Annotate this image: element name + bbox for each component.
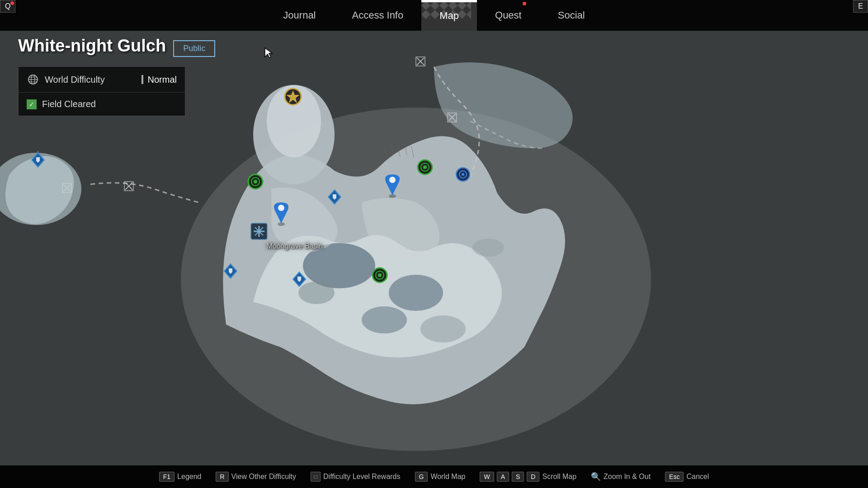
s-key: S (512, 472, 524, 482)
nav-item-access-info[interactable]: Access Info (334, 0, 422, 31)
waypoint-marker-right[interactable] (416, 158, 434, 178)
world-difficulty-row: World Difficulty Normal (19, 67, 185, 93)
esc-key: Esc (665, 472, 684, 482)
difficulty-rewards-label: Difficulty Level Rewards (323, 473, 400, 481)
notif-dot-quest (523, 2, 526, 5)
world-difficulty-value: Normal (148, 75, 177, 85)
legend-key: F1 Legend (159, 472, 202, 482)
f1-key: F1 (159, 472, 175, 482)
nav-key-q: Q (0, 0, 15, 13)
special-marker-top[interactable] (283, 87, 303, 108)
zoom-icon: 🔍 (591, 472, 601, 482)
world-map-label: World Map (430, 473, 465, 481)
top-navigation: Q Journal Access Info Map Quest Social (0, 0, 868, 31)
world-icon (27, 73, 39, 86)
svg-point-37 (423, 165, 427, 169)
nav-item-map[interactable]: Map (421, 0, 477, 31)
g-key: G (415, 472, 428, 482)
field-cleared-row: ✓ Field Cleared (19, 93, 185, 116)
legend-label: Legend (177, 473, 201, 481)
svg-point-56 (462, 173, 464, 176)
location-panel: White-night Gulch Public World Difficult… (18, 36, 215, 116)
public-badge[interactable]: Public (173, 40, 215, 57)
scroll-map-key: W A S D Scroll Map (480, 472, 576, 482)
info-panel: World Difficulty Normal ✓ Field Cleared (18, 66, 185, 116)
cancel-key: Esc Cancel (665, 472, 709, 482)
player-pin-secondary[interactable] (383, 173, 401, 200)
world-map-key: G World Map (415, 472, 466, 482)
nav-items: Journal Access Info Map Quest Social (265, 0, 603, 31)
nav-item-journal[interactable]: Journal (265, 0, 334, 31)
special-marker-right[interactable] (455, 166, 471, 184)
svg-point-11 (420, 315, 466, 343)
flag-marker-bottom-left[interactable] (222, 262, 239, 284)
w-key: W (480, 472, 494, 482)
info-divider (142, 75, 143, 84)
svg-point-34 (254, 180, 257, 183)
svg-point-12 (472, 239, 504, 257)
svg-point-5 (389, 275, 443, 311)
nav-item-social[interactable]: Social (540, 0, 603, 31)
location-title: White-night Gulch (18, 36, 166, 56)
d-key: D (527, 472, 539, 482)
view-difficulty-label: View Other Difficulty (231, 473, 296, 481)
nav-item-quest[interactable]: Quest (477, 0, 540, 31)
notif-dot-left (10, 1, 14, 5)
checkbox-checked-icon: ✓ (27, 99, 37, 109)
square-key: □ (311, 472, 321, 482)
svg-point-6 (362, 306, 407, 333)
zoom-key: 🔍 Zoom In & Out (591, 472, 651, 482)
bottom-bar: F1 Legend R View Other Difficulty □ Diff… (0, 465, 868, 488)
nav-key-e: E (853, 0, 868, 13)
world-difficulty-label: World Difficulty (45, 75, 142, 85)
flag-marker-bottom-center[interactable] (291, 270, 307, 292)
waypoint-marker-left[interactable] (246, 173, 264, 192)
svg-point-51 (278, 205, 284, 211)
waypoint-marker-bottom[interactable] (371, 266, 389, 286)
svg-point-40 (378, 273, 382, 277)
scroll-map-label: Scroll Map (542, 473, 576, 481)
svg-point-53 (389, 177, 396, 183)
a-key: A (497, 472, 509, 482)
svg-marker-62 (265, 48, 272, 58)
mouse-cursor (264, 47, 275, 61)
difficulty-rewards-key: □ Difficulty Level Rewards (311, 472, 400, 482)
player-pin-main[interactable] (272, 201, 290, 228)
field-cleared-label: Field Cleared (42, 99, 177, 109)
cancel-label: Cancel (686, 473, 709, 481)
r-key: R (216, 472, 228, 482)
view-difficulty-key: R View Other Difficulty (216, 472, 296, 482)
teleport-marker[interactable] (250, 222, 268, 242)
zoom-label: Zoom In & Out (604, 473, 651, 481)
flag-marker-center[interactable] (326, 188, 343, 210)
flag-marker-far-left[interactable] (30, 151, 46, 173)
